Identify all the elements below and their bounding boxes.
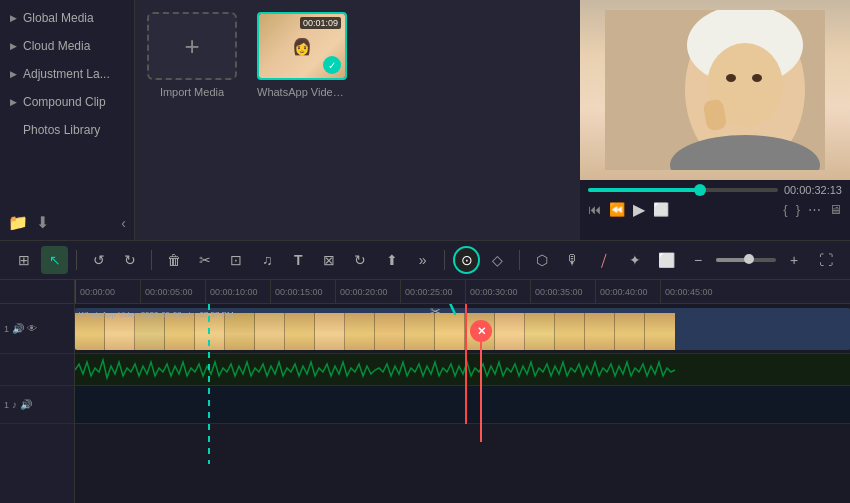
split-button[interactable]: ⧸ (591, 246, 618, 274)
chevron-right-icon: ▶ (10, 69, 17, 79)
select-tool-button[interactable]: ↖ (41, 246, 68, 274)
fullscreen-timeline-button[interactable]: ⛶ (812, 246, 840, 274)
toolbar-divider-4 (519, 250, 520, 270)
video-track-control: 1 🔊 👁 (0, 304, 74, 354)
toolbar: ⊞ ↖ ↺ ↻ 🗑 ✂ ⊡ ♫ T ⊠ ↻ ⬆ » ⊙ ◇ ⬡ 🎙 ⧸ ✦ ⬜ … (0, 240, 850, 280)
preview-controls: 00:00:32:13 ⏮ ⏪ ▶ ⬜ { } ⋯ 🖥 (580, 180, 850, 240)
frame (585, 313, 615, 350)
ruler-label-2: 00:00:10:00 (205, 280, 270, 303)
frame (615, 313, 645, 350)
zoom-track[interactable] (716, 258, 776, 262)
ruler-label-5: 00:00:25:00 (400, 280, 465, 303)
video-clip[interactable]: WhatsApp Video 2023-09-28 at... 07:57 PM (75, 308, 850, 350)
sidebar-item-label: Photos Library (23, 123, 100, 137)
sidebar-item-photos-library[interactable]: ▶ Photos Library (0, 116, 134, 144)
chevron-right-icon: ▶ (10, 97, 17, 107)
marker-button[interactable]: ⬡ (528, 246, 555, 274)
effects-button[interactable]: ✦ (622, 246, 649, 274)
video-track: WhatsApp Video 2023-09-28 at... 07:57 PM (75, 304, 850, 354)
zoom-slider[interactable] (716, 258, 776, 262)
more-tools-button[interactable]: » (409, 246, 436, 274)
mark-out-button[interactable]: } (796, 202, 800, 217)
thumb-box[interactable]: 👩 00:01:09 ✓ (257, 12, 347, 80)
cut-button[interactable]: ✂ (191, 246, 218, 274)
zoom-handle[interactable] (744, 254, 754, 264)
crop-button[interactable]: ⊠ (316, 246, 343, 274)
progress-handle[interactable] (694, 184, 706, 196)
sidebar-item-global-media[interactable]: ▶ Global Media (0, 4, 134, 32)
check-icon: ✓ (323, 56, 341, 74)
subtitle-button[interactable]: ⬜ (653, 246, 680, 274)
person-icon: 👩 (292, 37, 312, 56)
svg-point-5 (726, 74, 736, 82)
track-controls: 1 🔊 👁 1 ♪ 🔊 (0, 304, 75, 503)
play-button[interactable]: ▶ (633, 200, 645, 219)
text-button[interactable]: T (285, 246, 312, 274)
export-button[interactable]: ⬆ (378, 246, 405, 274)
ruler-label-0: 00:00:00 (75, 280, 140, 303)
speed-tool-button[interactable]: ⊙ (453, 246, 480, 274)
toolbar-divider-2 (151, 250, 152, 270)
copy-button[interactable]: ⊡ (223, 246, 250, 274)
rotate-button[interactable]: ↻ (347, 246, 374, 274)
import-icon[interactable]: ⬇ (36, 213, 49, 232)
mic-button[interactable]: 🎙 (560, 246, 587, 274)
screen-button[interactable]: 🖥 (829, 202, 842, 217)
scissors-icon: ✂ (430, 304, 441, 319)
toolbar-divider-3 (444, 250, 445, 270)
zoom-in-button[interactable]: + (780, 246, 808, 274)
frame (525, 313, 555, 350)
svg-rect-11 (75, 386, 850, 423)
music-track-number: 1 (4, 400, 9, 410)
import-media-box[interactable]: + (147, 12, 237, 80)
video-thumbnail[interactable]: 👩 00:01:09 ✓ WhatsApp Video 202... (257, 12, 347, 98)
audio-button[interactable]: ♫ (254, 246, 281, 274)
music-icon[interactable]: ♪ (12, 399, 17, 410)
ruler-label-9: 00:00:45:00 (660, 280, 725, 303)
music-track-control: 1 ♪ 🔊 (0, 386, 74, 424)
sidebar-item-compound-clip[interactable]: ▶ Compound Clip (0, 88, 134, 116)
preview-video (580, 0, 850, 180)
frame (375, 313, 405, 350)
mark-in-button[interactable]: { (783, 202, 787, 217)
frame (465, 313, 495, 350)
undo-button[interactable]: ↺ (85, 246, 112, 274)
svg-rect-9 (75, 354, 850, 385)
toolbar-divider (76, 250, 77, 270)
ruler-label-1: 00:00:05:00 (140, 280, 205, 303)
sidebar-item-adjustment[interactable]: ▶ Adjustment La... (0, 60, 134, 88)
audio-track-control (0, 354, 74, 386)
frame (285, 313, 315, 350)
track-content-area: WhatsApp Video 2023-09-28 at... 07:57 PM (75, 304, 850, 503)
step-back-button[interactable]: ⏪ (609, 202, 625, 217)
redo-button[interactable]: ↻ (116, 246, 143, 274)
timeline-ruler: 00:00:00 00:00:05:00 00:00:10:00 00:00:1… (75, 280, 850, 303)
preview-progress-bar: 00:00:32:13 (588, 184, 842, 196)
collapse-icon[interactable]: ‹ (121, 215, 126, 231)
music-volume-icon[interactable]: 🔊 (20, 399, 32, 410)
audio-toggle-icon[interactable]: 🔊 (12, 323, 24, 334)
timeline-header-left (0, 280, 75, 303)
sidebar-item-label: Compound Clip (23, 95, 106, 109)
import-media-button[interactable]: + Import Media (147, 12, 237, 98)
skip-back-button[interactable]: ⏮ (588, 202, 601, 217)
frame (555, 313, 585, 350)
chevron-right-icon: ▶ (10, 13, 17, 23)
keyframe-button[interactable]: ◇ (484, 246, 511, 274)
ruler-label-6: 00:00:30:00 (465, 280, 530, 303)
zoom-fill (716, 258, 746, 262)
delete-button[interactable]: 🗑 (160, 246, 187, 274)
fullscreen-button[interactable]: ⬜ (653, 202, 669, 217)
zoom-out-button[interactable]: − (684, 246, 712, 274)
media-browser: + Import Media 👩 00:01:09 ✓ WhatsApp Vid… (135, 0, 580, 240)
ruler-label-4: 00:00:20:00 (335, 280, 400, 303)
folder-icon[interactable]: 📁 (8, 213, 28, 232)
visibility-icon[interactable]: 👁 (27, 323, 37, 334)
sidebar-item-cloud-media[interactable]: ▶ Cloud Media (0, 32, 134, 60)
more-options-button[interactable]: ⋯ (808, 202, 821, 217)
music-track (75, 386, 850, 424)
layout-button[interactable]: ⊞ (10, 246, 37, 274)
frame (255, 313, 285, 350)
progress-track[interactable] (588, 188, 778, 192)
sidebar-item-label: Global Media (23, 11, 94, 25)
